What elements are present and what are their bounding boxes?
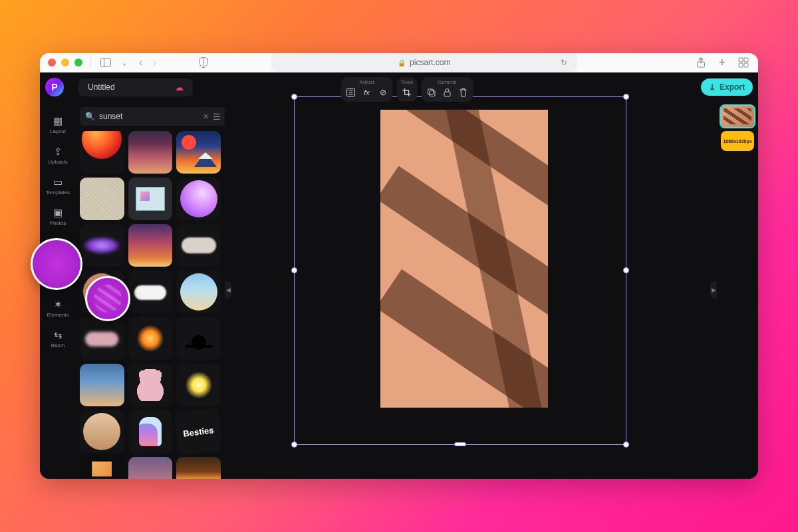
sticker-tile[interactable] (176, 131, 221, 174)
collapse-panel-icon[interactable]: ◀ (225, 281, 231, 299)
rail-layout[interactable]: ▦Layout (41, 110, 74, 139)
rail-uploads[interactable]: ⇪Uploads (41, 140, 74, 170)
sticker-tile[interactable] (80, 457, 124, 479)
refresh-icon[interactable]: ↻ (561, 58, 567, 67)
resize-handle[interactable] (454, 442, 466, 446)
search-icon: 🔍 (85, 112, 95, 121)
highlight-stickers-tab (31, 238, 82, 290)
sticker-tile[interactable] (128, 410, 173, 453)
attach-icon[interactable]: ⊘ (377, 86, 389, 98)
export-button[interactable]: ⤓ Export (701, 78, 753, 96)
svg-rect-14 (444, 92, 450, 96)
lock-layer-icon[interactable] (441, 86, 453, 98)
sticker-tile[interactable] (80, 178, 124, 220)
crop-icon[interactable] (401, 86, 413, 98)
sticker-tile[interactable] (80, 364, 124, 406)
sticker-tile[interactable] (128, 224, 173, 267)
divider (90, 57, 91, 68)
rail-templates[interactable]: ▭Templates (41, 171, 74, 200)
sticker-tile[interactable] (128, 364, 173, 406)
project-title-text: Untitled (88, 82, 115, 92)
app-logo[interactable]: P (45, 78, 64, 96)
resize-handle[interactable] (623, 267, 629, 273)
toolbar-group-general: General (421, 77, 473, 102)
add-artboard-button[interactable]: 1080x1920px (721, 131, 754, 151)
canvas-toolbar: Adjust fx ⊘ Tools General (341, 77, 473, 102)
url-bar[interactable]: 🔒 picsart.com ↻ (271, 53, 577, 72)
sticker-tile[interactable] (128, 131, 173, 174)
svg-rect-0 (101, 59, 111, 67)
nav-forward-button[interactable]: › (150, 57, 159, 68)
sticker-tile[interactable] (176, 317, 221, 360)
svg-rect-13 (430, 91, 435, 96)
trash-icon[interactable] (457, 86, 469, 98)
project-title-field[interactable]: Untitled ☁ (78, 78, 193, 96)
adjust-icon[interactable] (345, 86, 357, 98)
sticker-tile[interactable] (176, 457, 221, 479)
window-maximize-button[interactable] (74, 59, 82, 66)
toolbar-group-label: General (438, 79, 456, 86)
resize-handle[interactable] (623, 442, 629, 448)
search-box[interactable]: 🔍 ✕ ☰ (80, 107, 226, 126)
artboard-thumb[interactable]: ⋯ (721, 106, 754, 127)
rail-elements[interactable]: ✶Elements (41, 293, 74, 323)
svg-rect-7 (744, 63, 748, 67)
shield-icon[interactable] (197, 56, 210, 69)
stickers-panel: 🔍 ✕ ☰ ◡ (76, 72, 225, 479)
rail-batch[interactable]: ⇆Batch (41, 324, 74, 353)
share-icon[interactable] (694, 56, 708, 69)
toolbar-group-tools: Tools (397, 77, 418, 102)
tab-overview-icon[interactable] (737, 56, 750, 69)
duplicate-icon[interactable] (425, 86, 437, 98)
sticker-tile[interactable] (176, 364, 221, 406)
sticker-tile[interactable] (80, 224, 124, 267)
layout-icon: ▦ (53, 115, 63, 127)
sticker-tile[interactable] (80, 131, 124, 174)
cloud-sync-icon[interactable]: ☁ (175, 82, 184, 92)
sticker-tile[interactable] (128, 457, 173, 479)
window-minimize-button[interactable] (61, 59, 69, 66)
svg-rect-5 (744, 58, 748, 62)
sticker-tile[interactable] (176, 178, 221, 220)
elements-icon: ✶ (54, 299, 63, 311)
fx-icon[interactable]: fx (361, 86, 373, 98)
search-input[interactable] (99, 112, 199, 121)
resize-handle[interactable] (291, 267, 297, 273)
nav-back-button[interactable]: ‹ (136, 57, 145, 68)
filter-icon[interactable]: ☰ (213, 112, 221, 122)
toolbar-group-label: Adjust (359, 79, 374, 86)
more-icon[interactable]: ⋯ (746, 106, 753, 114)
sticker-tile[interactable] (128, 317, 173, 360)
svg-rect-6 (739, 63, 743, 67)
sticker-tile[interactable] (80, 317, 124, 360)
photos-icon: ▣ (53, 207, 63, 219)
download-icon: ⤓ (709, 82, 716, 92)
collapse-right-panel-icon[interactable]: ▶ (710, 281, 717, 299)
sticker-tile[interactable] (128, 178, 173, 220)
batch-icon: ⇆ (54, 329, 63, 341)
sticker-tile[interactable] (80, 410, 124, 453)
url-host: picsart.com (410, 58, 450, 67)
lock-icon: 🔒 (398, 59, 406, 66)
clear-icon[interactable]: ✕ (203, 112, 209, 121)
highlight-sticker-thumb (85, 276, 130, 321)
window-close-button[interactable] (48, 59, 56, 66)
templates-icon: ▭ (53, 176, 63, 188)
canvas-area[interactable] (225, 72, 717, 479)
upload-icon: ⇪ (54, 146, 63, 158)
sticker-tile[interactable]: Besties (174, 408, 221, 456)
sticker-tile[interactable] (176, 224, 221, 267)
chevron-down-icon[interactable]: ⌄ (118, 56, 131, 69)
sticker-tile[interactable] (176, 271, 221, 313)
sidebar-toggle-icon[interactable] (99, 56, 112, 69)
rail-photos[interactable]: ▣Photos (41, 201, 74, 231)
toolbar-group-label: Tools (401, 79, 414, 86)
new-tab-icon[interactable]: + (716, 56, 729, 69)
selection-box[interactable] (294, 96, 626, 445)
toolbar-group-adjust: Adjust fx ⊘ (341, 77, 393, 102)
sticker-tile[interactable] (128, 271, 173, 313)
svg-rect-12 (428, 89, 433, 94)
artboards-rail: ⋯ 1080x1920px (717, 72, 758, 479)
resize-handle[interactable] (291, 442, 297, 448)
svg-rect-4 (739, 58, 743, 62)
